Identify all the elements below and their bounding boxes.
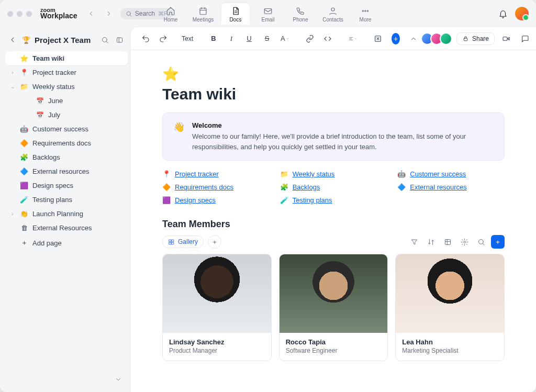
- item-icon: 📁: [20, 83, 28, 91]
- comment-button[interactable]: [518, 31, 532, 46]
- collapse-toolbar[interactable]: [406, 31, 421, 46]
- doc-content[interactable]: ⭐ Team wiki 👋 Welcome Welcome to our fam…: [131, 50, 536, 392]
- strike-button[interactable]: S: [260, 31, 274, 46]
- member-photo: [280, 254, 388, 333]
- sidebar-item-weekly-status[interactable]: ⌄📁Weekly status: [5, 80, 128, 94]
- tab-more[interactable]: More: [351, 3, 379, 25]
- tab-docs[interactable]: Docs: [221, 3, 250, 25]
- tab-email[interactable]: Email: [254, 3, 282, 25]
- page-title[interactable]: Team wiki: [162, 85, 505, 103]
- item-icon: 👏: [20, 210, 28, 218]
- sidebar-back[interactable]: [7, 35, 18, 45]
- sidebar-item-june[interactable]: 📅June: [5, 94, 128, 108]
- link-icon: 🔷: [397, 183, 406, 191]
- code-button[interactable]: [320, 31, 335, 46]
- presence-avatar[interactable]: [440, 32, 452, 45]
- settings-button[interactable]: [457, 235, 471, 249]
- member-cards: Lindsay SanchezProduct ManagerRocco Tapi…: [162, 254, 505, 361]
- bold-button[interactable]: B: [206, 31, 221, 46]
- member-card[interactable]: Lindsay SanchezProduct Manager: [162, 254, 272, 361]
- sidebar-search[interactable]: [99, 35, 110, 45]
- quick-link-label[interactable]: External resources: [410, 183, 466, 191]
- bell-icon[interactable]: [498, 9, 508, 18]
- presence-avatars[interactable]: [424, 32, 452, 45]
- filter-button[interactable]: [407, 235, 421, 249]
- quick-link-label[interactable]: Project tracker: [175, 170, 219, 178]
- underline-button[interactable]: U: [242, 31, 256, 46]
- doc-toolbar: Text B I U S A +: [131, 27, 536, 50]
- user-avatar[interactable]: [515, 7, 529, 20]
- view-gallery[interactable]: Gallery: [162, 236, 204, 248]
- svg-rect-15: [169, 240, 171, 242]
- quick-link[interactable]: 🟪Design specs: [162, 196, 270, 204]
- sidebar-item-team-wiki[interactable]: ⭐Team wiki: [5, 51, 128, 65]
- quick-link[interactable]: 🔶Requirements docs: [162, 183, 270, 191]
- sidebar-item-add-page[interactable]: ＋Add page: [5, 235, 128, 251]
- sidebar-item-project-tracker[interactable]: ›📍Project tracker: [5, 65, 128, 80]
- group-button[interactable]: [441, 235, 454, 249]
- tab-meetings[interactable]: Meetings: [189, 3, 217, 25]
- sidebar-item-launch-planning[interactable]: ›👏Launch Planning: [5, 207, 128, 221]
- quick-link-label[interactable]: Requirements docs: [175, 183, 233, 191]
- sidebar-collapse[interactable]: [113, 374, 124, 385]
- sidebar-item-external-resources[interactable]: 🔷External resources: [5, 164, 128, 178]
- svg-point-6: [367, 10, 368, 11]
- quick-link-label[interactable]: Customer success: [410, 170, 466, 178]
- quick-link-label[interactable]: Weekly status: [293, 170, 335, 178]
- sidebar-item-design-specs[interactable]: 🟪Design specs: [5, 178, 128, 193]
- insert-button[interactable]: +: [388, 31, 403, 46]
- video-button[interactable]: [499, 31, 513, 46]
- undo-button[interactable]: [138, 31, 153, 46]
- quick-link[interactable]: 🔷External resources: [397, 183, 505, 191]
- svg-point-4: [362, 10, 363, 11]
- tab-phone[interactable]: Phone: [286, 3, 315, 25]
- members-heading: Team Members: [162, 219, 505, 230]
- add-member-button[interactable]: +: [491, 235, 505, 249]
- tab-contacts[interactable]: Contacts: [319, 3, 347, 25]
- member-card[interactable]: Rocco TapiaSoftware Engineer: [279, 254, 388, 361]
- align-button[interactable]: [345, 31, 360, 46]
- sidebar-item-label: Backlogs: [32, 153, 60, 161]
- quick-link[interactable]: 📍Project tracker: [162, 170, 270, 178]
- search-members-button[interactable]: [474, 235, 488, 249]
- caret-icon: ›: [9, 70, 16, 75]
- share-button[interactable]: Share: [456, 32, 495, 45]
- sidebar-item-testing-plans[interactable]: 🧪Testing plans: [5, 193, 128, 207]
- quick-link[interactable]: 🧪Testing plans: [280, 196, 387, 204]
- sidebar-panel-toggle[interactable]: [114, 35, 125, 45]
- quick-link-label[interactable]: Design specs: [175, 196, 216, 204]
- link-button[interactable]: [303, 31, 317, 46]
- quick-links: 📍Project tracker📁Weekly status🤖Customer …: [162, 170, 505, 204]
- sidebar-item-external-resources[interactable]: 🗑External Resources: [5, 221, 128, 235]
- quick-link[interactable]: 🧩Backlogs: [280, 183, 387, 191]
- text-style-select[interactable]: Text: [181, 31, 196, 46]
- sidebar-item-customer-success[interactable]: 🤖Customer success: [5, 122, 128, 136]
- sidebar-item-requirements-docs[interactable]: 🔶Requirements docs: [5, 136, 128, 150]
- minimize-dot[interactable]: [17, 11, 23, 17]
- titlebar: zoom Workplace Search ⌘F Home Meetings: [0, 0, 536, 27]
- italic-button[interactable]: I: [224, 31, 239, 46]
- link-icon: 📍: [162, 170, 171, 178]
- add-view-button[interactable]: +: [208, 235, 221, 249]
- quick-link[interactable]: 🤖Customer success: [397, 170, 505, 178]
- quick-link[interactable]: 📁Weekly status: [280, 170, 387, 178]
- page-emoji[interactable]: ⭐: [162, 66, 505, 82]
- maximize-dot[interactable]: [26, 11, 32, 17]
- close-dot[interactable]: [7, 11, 13, 17]
- sidebar-item-july[interactable]: 📅July: [5, 108, 128, 122]
- embed-button[interactable]: [371, 31, 385, 46]
- link-icon: 🤖: [397, 170, 406, 178]
- redo-button[interactable]: [156, 31, 171, 46]
- tab-home[interactable]: Home: [157, 3, 185, 25]
- sort-button[interactable]: [424, 235, 438, 249]
- nav-forward[interactable]: [103, 7, 115, 20]
- text-color-button[interactable]: A: [277, 31, 292, 46]
- quick-link-label[interactable]: Testing plans: [293, 196, 332, 204]
- member-role: Product Manager: [169, 347, 265, 354]
- sidebar-item-label: External resources: [32, 167, 89, 175]
- member-card[interactable]: Lea HahnMarketing Specialist: [395, 254, 505, 361]
- window-controls[interactable]: [7, 11, 32, 17]
- nav-back[interactable]: [85, 7, 97, 20]
- sidebar-item-backlogs[interactable]: 🧩Backlogs: [5, 150, 128, 164]
- quick-link-label[interactable]: Backlogs: [293, 183, 320, 191]
